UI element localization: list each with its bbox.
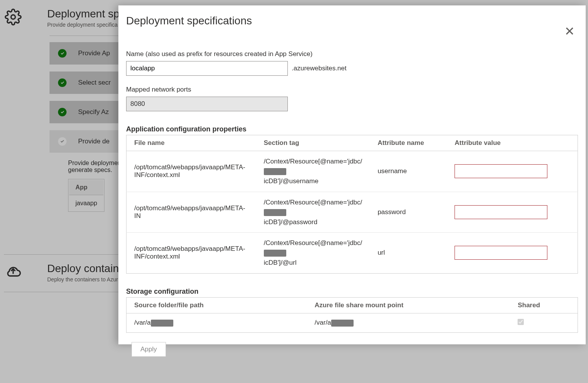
mount-point-cell: /var/a — [307, 313, 510, 332]
table-header: Attribute value — [447, 135, 578, 151]
deployment-spec-modal: Deployment specifications ✕ Name (also u… — [118, 5, 586, 344]
attr-value-input[interactable] — [455, 205, 547, 219]
attr-name-cell: password — [370, 192, 447, 233]
domain-suffix: .azurewebsites.net — [292, 65, 347, 72]
table-header: Shared — [510, 297, 578, 313]
ports-label: Mapped network ports — [126, 86, 578, 94]
file-name-cell: /opt/tomcat9/webapps/javaapp/META-INF/co… — [126, 233, 256, 274]
storage-section-title: Storage configuration — [126, 288, 578, 296]
attr-name-cell: url — [370, 233, 447, 274]
table-row: /var/a /var/a — [126, 313, 578, 332]
table-row: /opt/tomcat9/webapps/javaapp/META-IN /Co… — [126, 192, 578, 233]
attr-value-input[interactable] — [455, 164, 547, 178]
redacted-text — [264, 168, 286, 175]
attr-value-input[interactable] — [455, 246, 547, 260]
redacted-text — [331, 320, 354, 327]
table-header: Section tag — [256, 135, 370, 151]
name-input[interactable] — [126, 61, 288, 76]
apply-button[interactable]: Apply — [132, 342, 166, 357]
file-name-cell: /opt/tomcat9/webapps/javaapp/META-INF/co… — [126, 151, 256, 192]
source-path-cell: /var/a — [126, 313, 307, 332]
section-tag-cell: /Context/Resource[@name='jdbc/icDB']/@pa… — [256, 192, 370, 233]
redacted-text — [264, 250, 286, 257]
file-name-cell: /opt/tomcat9/webapps/javaapp/META-IN — [126, 192, 256, 233]
table-header: Azure file share mount point — [307, 297, 510, 313]
section-tag-cell: /Context/Resource[@name='jdbc/icDB']/@us… — [256, 151, 370, 192]
table-row: /opt/tomcat9/webapps/javaapp/META-INF/co… — [126, 151, 578, 192]
attr-value-cell — [447, 192, 578, 233]
redacted-text — [151, 320, 173, 327]
storage-table: Source folder/file path Azure file share… — [126, 297, 578, 333]
ports-input — [126, 97, 288, 111]
redacted-text — [264, 209, 286, 216]
table-row: /opt/tomcat9/webapps/javaapp/META-INF/co… — [126, 233, 578, 274]
attr-name-cell: username — [370, 151, 447, 192]
table-header: Attribute name — [370, 135, 447, 151]
close-button[interactable]: ✕ — [561, 22, 578, 40]
appcfg-table: File name Section tag Attribute name Att… — [126, 135, 578, 274]
appcfg-section-title: Application configuration properties — [126, 125, 578, 133]
shared-checkbox — [518, 319, 524, 325]
modal-title: Deployment specifications — [126, 15, 252, 27]
close-icon: ✕ — [564, 24, 575, 38]
shared-cell — [510, 313, 578, 332]
table-header: Source folder/file path — [126, 297, 307, 313]
attr-value-cell — [447, 151, 578, 192]
table-header: File name — [126, 135, 256, 151]
section-tag-cell: /Context/Resource[@name='jdbc/icDB']/@ur… — [256, 233, 370, 274]
name-label: Name (also used as prefix for resources … — [126, 50, 578, 58]
attr-value-cell — [447, 233, 578, 274]
